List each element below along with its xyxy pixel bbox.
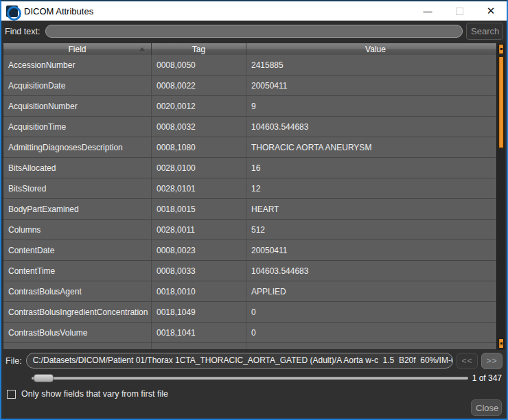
field-cell[interactable]: BitsAllocated [3, 158, 152, 178]
close-window-button[interactable]: ✕ [475, 1, 507, 21]
tag-cell[interactable]: 0018,1049 [152, 302, 246, 322]
next-file-button[interactable]: >> [481, 353, 503, 369]
value-cell[interactable]: APPLIED [246, 281, 505, 301]
slider-track[interactable] [32, 377, 468, 380]
column-header-field[interactable]: Field [3, 43, 152, 55]
search-button[interactable]: Search [466, 23, 503, 40]
maximize-button[interactable] [443, 1, 475, 21]
field-cell[interactable]: AcquisitionDate [3, 75, 152, 95]
column-header-value[interactable]: Value [246, 43, 505, 55]
field-cell[interactable]: ContentTime [3, 261, 152, 281]
table-row[interactable]: ContentDate0008,002320050411 [3, 240, 505, 261]
title-bar: DICOM Attributes — ✕ [1, 1, 507, 21]
minimize-button[interactable]: — [412, 1, 443, 21]
file-slider[interactable] [32, 373, 468, 383]
tag-cell[interactable]: 0018,0015 [152, 199, 246, 219]
tag-cell[interactable]: 0008,0033 [152, 261, 246, 281]
table-row[interactable]: AcquisitionTime0008,0032104603.544683 [3, 117, 505, 137]
vertical-scrollbar[interactable] [496, 43, 505, 349]
sort-ascending-icon [139, 47, 145, 51]
value-cell[interactable]: 512 [246, 220, 505, 240]
tag-cell[interactable]: 0028,0100 [152, 158, 246, 178]
slider-handle[interactable] [34, 374, 54, 382]
tag-cell[interactable]: 0018,1041 [152, 323, 246, 342]
table-row[interactable]: ContrastBolusAgent0018,0010APPLIED [3, 281, 505, 302]
value-cell[interactable]: THORACIC AORTA ANEURYSM [246, 137, 505, 157]
tag-cell[interactable]: 0008,0032 [152, 117, 246, 137]
value-cell[interactable]: 104603.544683 [246, 117, 505, 137]
tag-cell[interactable]: 0020,0012 [152, 96, 246, 116]
field-cell[interactable]: ContrastBolusAgent [3, 281, 152, 301]
column-header-tag[interactable]: Tag [152, 43, 246, 55]
find-text-input[interactable] [45, 25, 463, 38]
table-row[interactable]: AdmittingDiagnosesDescription0008,1080TH… [3, 137, 505, 158]
window-title: DICOM Attributes [24, 6, 93, 16]
tag-cell[interactable]: 0008,0023 [152, 240, 246, 260]
file-bar: File: C:/Datasets/DICOM/Patient 01/Thora… [3, 351, 505, 370]
field-cell[interactable]: ContrastBolusVolume [3, 323, 152, 342]
table-row[interactable]: ContrastBolusIngredientConcentration0018… [3, 302, 505, 323]
scrollbar-thumb[interactable] [498, 56, 504, 148]
scroll-up-button[interactable] [498, 44, 504, 54]
value-cell[interactable]: 9 [246, 96, 505, 116]
field-cell[interactable]: AcquisitionNumber [3, 96, 152, 116]
table-row[interactable]: BodyPartExamined0018,0015HEART [3, 199, 505, 220]
value-cell[interactable]: 0 [246, 302, 505, 322]
scroll-down-button[interactable] [498, 338, 504, 349]
close-button[interactable]: Close [471, 399, 502, 416]
value-cell[interactable]: 2415885 [246, 55, 505, 75]
field-cell[interactable]: AccessionNumber [3, 55, 152, 75]
table-row[interactable]: BitsStored0028,010112 [3, 178, 505, 199]
file-slider-bar: 1 of 347 [3, 371, 505, 386]
tag-cell [152, 343, 246, 350]
dicom-attributes-window: DICOM Attributes — ✕ Find text: Search F… [0, 0, 508, 420]
close-icon: ✕ [487, 5, 496, 17]
vary-filter-label: Only show fields that vary from first fi… [21, 389, 168, 399]
tag-cell[interactable]: 0008,0022 [152, 75, 246, 95]
window-controls: — ✕ [412, 1, 507, 21]
tag-cell[interactable]: 0008,1080 [152, 137, 246, 157]
table-row[interactable]: AcquisitionNumber0020,00129 [3, 96, 505, 117]
tag-cell[interactable]: 0008,0050 [152, 55, 246, 75]
tag-cell[interactable]: 0028,0011 [152, 220, 246, 240]
field-cell[interactable]: BitsStored [3, 178, 152, 198]
column-header-field-label: Field [68, 45, 86, 54]
table-body: AccessionNumber0008,00502415885Acquisiti… [3, 55, 505, 343]
field-cell[interactable]: BodyPartExamined [3, 199, 152, 219]
field-cell[interactable]: ContentDate [3, 240, 152, 260]
value-cell[interactable]: 16 [246, 158, 505, 178]
table-row[interactable]: ContrastBolusVolume0018,10410 [3, 323, 505, 343]
find-bar: Find text: Search [1, 21, 507, 42]
file-label: File: [5, 356, 22, 366]
field-cell[interactable]: ContrastBolusIngredientConcentration [3, 302, 152, 322]
value-cell[interactable]: 20050411 [246, 240, 505, 260]
value-cell[interactable]: 12 [246, 178, 505, 198]
table-header-row: Field Tag Value [3, 43, 505, 55]
maximize-icon [456, 8, 463, 15]
minimize-icon: — [424, 6, 432, 16]
vary-filter-row: Only show fields that vary from first fi… [7, 389, 168, 399]
tag-cell[interactable]: 0028,0101 [152, 178, 246, 198]
file-position-label: 1 of 347 [472, 373, 502, 383]
app-icon [6, 5, 18, 17]
attributes-table: Field Tag Value AccessionNumber0008,0050… [3, 43, 505, 350]
value-cell[interactable]: 104603.544683 [246, 261, 505, 281]
table-row[interactable]: Columns0028,0011512 [3, 220, 505, 240]
value-cell[interactable]: 0 [246, 323, 505, 342]
find-text-label: Find text: [5, 27, 40, 36]
table-row[interactable]: AccessionNumber0008,00502415885 [3, 55, 505, 75]
previous-file-button[interactable]: << [457, 353, 478, 369]
partial-row [3, 343, 505, 350]
field-cell[interactable]: Columns [3, 220, 152, 240]
file-path-field[interactable]: C:/Datasets/DICOM/Patient 01/Thorax 1CTA… [26, 353, 453, 369]
field-cell[interactable]: AcquisitionTime [3, 117, 152, 137]
field-cell[interactable]: AdmittingDiagnosesDescription [3, 137, 152, 157]
value-cell[interactable]: HEART [246, 199, 505, 219]
value-cell[interactable]: 20050411 [246, 75, 505, 95]
tag-cell[interactable]: 0018,0010 [152, 281, 246, 301]
vary-filter-checkbox[interactable] [7, 390, 16, 399]
value-cell [246, 343, 505, 350]
table-row[interactable]: BitsAllocated0028,010016 [3, 158, 505, 178]
table-row[interactable]: ContentTime0008,0033104603.544683 [3, 261, 505, 281]
table-row[interactable]: AcquisitionDate0008,002220050411 [3, 75, 505, 96]
